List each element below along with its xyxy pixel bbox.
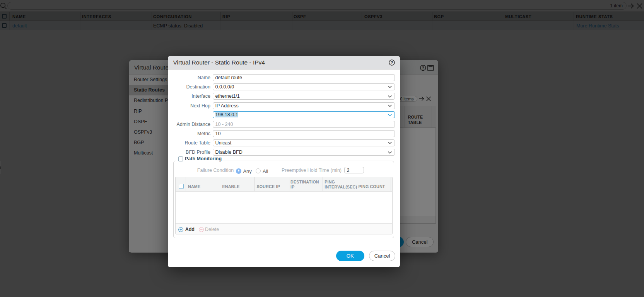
svg-text:?: ? xyxy=(390,60,393,65)
